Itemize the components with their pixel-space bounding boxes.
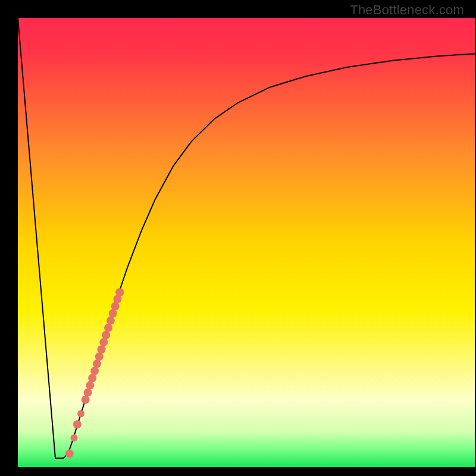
highlight-marker: [107, 317, 115, 325]
watermark-text: TheBottleneck.com: [350, 2, 464, 18]
highlight-marker: [82, 396, 90, 404]
highlight-marker: [86, 381, 94, 390]
highlight-marker: [99, 338, 108, 346]
highlight-marker: [98, 345, 106, 353]
highlight-marker: [65, 449, 74, 458]
highlight-marker: [115, 288, 124, 296]
highlight-marker: [95, 352, 104, 361]
highlight-marker: [111, 302, 120, 311]
chart-container: TheBottleneck.com: [0, 0, 476, 476]
highlight-marker: [102, 331, 110, 339]
highlight-marker: [93, 359, 101, 368]
highlight-marker: [104, 324, 112, 332]
highlight-marker: [77, 410, 84, 417]
bottleneck-chart: [0, 0, 476, 476]
highlight-marker: [84, 389, 92, 397]
highlight-marker: [88, 374, 96, 383]
highlight-marker: [109, 309, 117, 318]
highlight-marker: [70, 434, 77, 441]
highlight-marker: [90, 367, 99, 375]
highlight-marker: [73, 420, 82, 428]
